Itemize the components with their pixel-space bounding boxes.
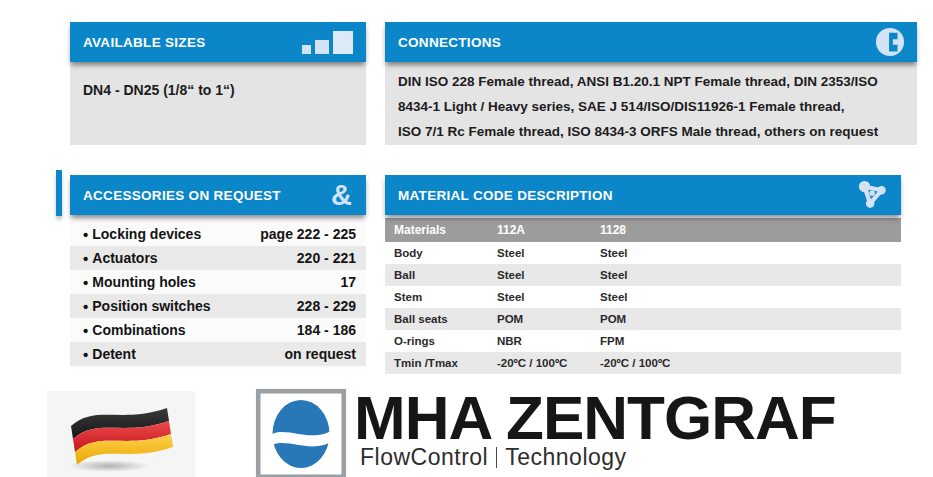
- available-sizes-value: DN4 - DN25 (1/8“ to 1“): [70, 62, 366, 145]
- available-sizes-panel: AVAILABLE SIZES DN4 - DN25 (1/8“ to 1“): [70, 22, 366, 145]
- tagline-divider: [496, 447, 497, 468]
- cell-value: Steel: [600, 269, 901, 281]
- accessory-page-ref: 220 - 221: [297, 250, 356, 266]
- accessories-panel: ACCESSORIES ON REQUEST & • Locking devic…: [70, 175, 366, 369]
- list-item: • Locking devices page 222 - 225: [70, 222, 366, 246]
- panel-title: CONNECTIONS: [398, 35, 501, 50]
- cell-value: FPM: [600, 335, 901, 347]
- cropped-adjacent-panel-edge: [56, 170, 62, 216]
- company-name: MHA ZENTGRAF: [354, 389, 929, 447]
- material-code-panel: MATERIAL CODE DESCRIPTION Materials 112A…: [385, 175, 901, 374]
- material-table: Materials 112A 1128 Body Steel Steel Bal…: [385, 215, 901, 374]
- accessory-label: Combinations: [92, 322, 297, 338]
- list-item: • Mounting holes 17: [70, 270, 366, 294]
- table-row: O-rings NBR FPM: [385, 330, 901, 352]
- bullet-icon: •: [83, 298, 88, 315]
- ampersand-icon: &: [331, 181, 354, 209]
- size-bars-icon: [300, 29, 354, 55]
- bullet-icon: •: [83, 346, 88, 363]
- cell-value: Steel: [497, 291, 600, 303]
- bullet-icon: •: [83, 322, 88, 339]
- table-header-row: Materials 112A 1128: [385, 218, 901, 242]
- column-header: Materials: [385, 223, 497, 237]
- connections-header: CONNECTIONS: [385, 22, 917, 62]
- cell-value: Steel: [497, 247, 600, 259]
- datasheet-page: AVAILABLE SIZES DN4 - DN25 (1/8“ to 1“) …: [0, 0, 933, 477]
- row-label: O-rings: [385, 335, 497, 347]
- material-code-header: MATERIAL CODE DESCRIPTION: [385, 175, 901, 215]
- accessories-list: • Locking devices page 222 - 225 • Actua…: [70, 215, 366, 369]
- list-item: • Combinations 184 - 186: [70, 318, 366, 342]
- table-row: Tmin /Tmax -20ºC / 100ºC -20ºC / 100ºC: [385, 352, 901, 374]
- cell-value: Steel: [600, 247, 901, 259]
- connections-line: ISO 7/1 Rc Female thread, ISO 8434-3 ORF…: [398, 119, 907, 144]
- accessory-page-ref: on request: [284, 346, 356, 362]
- panel-title: AVAILABLE SIZES: [83, 35, 206, 50]
- bullet-icon: •: [83, 226, 88, 243]
- accessory-label: Locking devices: [92, 226, 260, 242]
- cell-value: -20ºC / 100ºC: [600, 357, 901, 369]
- german-flag-icon: [56, 394, 186, 474]
- accessory-label: Actuators: [92, 250, 297, 266]
- table-row: Body Steel Steel: [385, 242, 901, 264]
- row-label: Ball: [385, 269, 497, 281]
- accessory-page-ref: 17: [340, 274, 356, 290]
- column-header: 1128: [600, 223, 901, 237]
- accessory-label: Mounting holes: [92, 274, 340, 290]
- table-row: Ball Steel Steel: [385, 264, 901, 286]
- german-flag-tile: [47, 391, 195, 477]
- logo-text-block: MHA ZENTGRAF FlowControl Technology: [354, 389, 929, 471]
- table-row: Ball seats POM POM: [385, 308, 901, 330]
- molecule-icon: [857, 179, 889, 211]
- cell-value: -20ºC / 100ºC: [497, 357, 600, 369]
- accessory-page-ref: 228 - 229: [297, 298, 356, 314]
- table-row: Stem Steel Steel: [385, 286, 901, 308]
- row-label: Tmin /Tmax: [385, 357, 497, 369]
- row-label: Body: [385, 247, 497, 259]
- list-item: • Position switches 228 - 229: [70, 294, 366, 318]
- list-item: • Detent on request: [70, 342, 366, 366]
- bullet-icon: •: [83, 274, 88, 291]
- connections-line: 8434-1 Light / Heavy series, SAE J 514/I…: [398, 94, 907, 119]
- coupling-icon: [875, 27, 905, 57]
- available-sizes-header: AVAILABLE SIZES: [70, 22, 366, 62]
- accessory-page-ref: page 222 - 225: [260, 226, 356, 242]
- row-label: Stem: [385, 291, 497, 303]
- column-header: 112A: [497, 223, 600, 237]
- mha-wave-logo: [255, 388, 347, 477]
- cell-value: POM: [497, 313, 600, 325]
- tagline-left: FlowControl: [360, 444, 488, 471]
- list-item: • Actuators 220 - 221: [70, 246, 366, 270]
- cell-value: NBR: [497, 335, 600, 347]
- connections-text: DIN ISO 228 Female thread, ANSI B1.20.1 …: [385, 62, 917, 145]
- accessories-header: ACCESSORIES ON REQUEST &: [70, 175, 366, 215]
- accessory-label: Position switches: [92, 298, 297, 314]
- accessory-page-ref: 184 - 186: [297, 322, 356, 338]
- connections-line: DIN ISO 228 Female thread, ANSI B1.20.1 …: [398, 69, 907, 94]
- tagline-right: Technology: [505, 444, 626, 471]
- cell-value: Steel: [497, 269, 600, 281]
- panel-title: ACCESSORIES ON REQUEST: [83, 188, 281, 203]
- cell-value: POM: [600, 313, 901, 325]
- accessory-label: Detent: [92, 346, 284, 362]
- bullet-icon: •: [83, 250, 88, 267]
- row-label: Ball seats: [385, 313, 497, 325]
- panel-title: MATERIAL CODE DESCRIPTION: [398, 188, 613, 203]
- cell-value: Steel: [600, 291, 901, 303]
- connections-panel: CONNECTIONS DIN ISO 228 Female thread, A…: [385, 22, 917, 145]
